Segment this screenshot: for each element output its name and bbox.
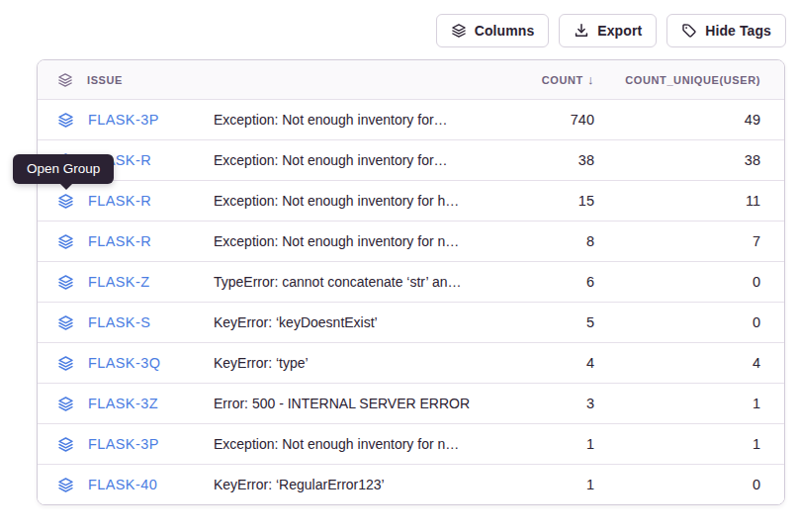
count-value: 5 (505, 314, 594, 330)
count-value: 3 (505, 396, 594, 411)
table-row[interactable]: FLASK-40 KeyError: ‘RegularError123’ 1 0 (38, 464, 784, 504)
issue-link[interactable]: FLASK-R (88, 233, 151, 249)
column-header-issue[interactable]: ISSUE (38, 72, 214, 88)
hide-tags-button[interactable]: Hide Tags (666, 14, 786, 47)
issue-message: Exception: Not enough inventory for h… (214, 193, 505, 209)
issue-cell: FLASK-R (38, 233, 214, 250)
issue-message: Exception: Not enough inventory for… (214, 152, 505, 168)
issue-link[interactable]: FLASK-R (88, 193, 151, 209)
table-header-row: ISSUE COUNT↓ COUNT_UNIQUE(USER) (38, 60, 784, 99)
columns-button-label: Columns (475, 23, 535, 39)
count-unique-value: 49 (594, 112, 760, 128)
issue-cell: FLASK-Z (38, 274, 214, 291)
count-unique-value: 4 (594, 355, 760, 371)
issue-link[interactable]: FLASK-3P (88, 112, 159, 128)
column-header-issue-label: ISSUE (87, 74, 123, 86)
issue-link[interactable]: FLASK-3Z (88, 396, 158, 411)
issue-link[interactable]: FLASK-3Q (88, 355, 160, 371)
table-row[interactable]: FLASK-3Z Error: 500 - INTERNAL SERVER ER… (38, 383, 784, 423)
download-icon (574, 23, 589, 39)
open-group-layers-icon[interactable] (57, 274, 74, 291)
issue-message: KeyError: ‘keyDoesntExist’ (214, 314, 505, 330)
table-row[interactable]: FLASK-S KeyError: ‘keyDoesntExist’ 5 0 (38, 302, 784, 342)
issue-cell: FLASK-3P (38, 436, 214, 453)
table-row[interactable]: FLASK-3Q KeyError: ‘type’ 4 4 (38, 342, 784, 383)
issue-link[interactable]: FLASK-3P (88, 436, 159, 452)
tag-icon (681, 23, 697, 39)
count-value: 8 (505, 233, 594, 249)
issue-cell: FLASK-R (38, 193, 214, 210)
table-row[interactable]: FLASK-3P Exception: Not enough inventory… (38, 99, 784, 139)
issue-cell: FLASK-S (38, 314, 214, 331)
open-group-layers-icon[interactable] (57, 233, 74, 250)
column-header-count-unique-label: COUNT_UNIQUE(USER) (625, 74, 760, 86)
open-group-layers-icon[interactable] (57, 112, 74, 129)
issue-message: Exception: Not enough inventory for n… (214, 233, 505, 249)
issue-message: Error: 500 - INTERNAL SERVER ERROR (214, 396, 505, 411)
open-group-layers-icon[interactable] (57, 193, 74, 210)
issue-message: Exception: Not enough inventory for… (214, 112, 505, 128)
open-group-layers-icon[interactable] (57, 477, 74, 493)
count-unique-value: 1 (594, 436, 760, 452)
count-unique-value: 1 (594, 396, 760, 411)
table-row[interactable]: FLASK-R Exception: Not enough inventory … (38, 221, 784, 261)
open-group-layers-icon[interactable] (57, 355, 74, 372)
count-unique-value: 11 (594, 193, 760, 209)
toolbar: Columns Export Hide Tags (436, 14, 786, 47)
issue-message: KeyError: ‘type’ (214, 355, 505, 371)
table-row[interactable]: FLASK-R Exception: Not enough inventory … (38, 139, 784, 180)
hide-tags-button-label: Hide Tags (705, 23, 771, 39)
count-value: 6 (505, 274, 594, 290)
open-group-layers-icon[interactable] (57, 436, 74, 453)
sort-desc-arrow-icon: ↓ (587, 72, 594, 87)
issue-cell: FLASK-3Q (38, 355, 214, 372)
issue-message: TypeError: cannot concatenate ‘str’ an… (214, 274, 505, 290)
issue-link[interactable]: FLASK-S (88, 314, 150, 330)
table-body: FLASK-3P Exception: Not enough inventory… (38, 99, 784, 504)
count-unique-value: 38 (594, 152, 760, 168)
count-unique-value: 7 (594, 233, 760, 249)
open-group-tooltip: Open Group (13, 154, 114, 184)
layers-icon (57, 72, 73, 88)
layers-icon (451, 23, 467, 39)
issue-message: KeyError: ‘RegularError123’ (214, 477, 505, 492)
table-row[interactable]: FLASK-R Exception: Not enough inventory … (38, 180, 784, 221)
count-value: 38 (505, 152, 594, 168)
column-header-count-unique[interactable]: COUNT_UNIQUE(USER) (594, 74, 760, 86)
open-group-layers-icon[interactable] (57, 396, 74, 412)
open-group-tooltip-label: Open Group (27, 161, 100, 176)
column-header-count[interactable]: COUNT↓ (505, 72, 594, 87)
count-value: 1 (505, 477, 594, 492)
count-value: 740 (505, 112, 594, 128)
count-unique-value: 0 (594, 274, 760, 290)
table-row[interactable]: FLASK-Z TypeError: cannot concatenate ‘s… (38, 261, 784, 302)
open-group-layers-icon[interactable] (57, 314, 74, 331)
count-unique-value: 0 (594, 314, 760, 330)
issue-message: Exception: Not enough inventory for n… (214, 436, 505, 452)
table-row[interactable]: FLASK-3P Exception: Not enough inventory… (38, 423, 784, 464)
issue-link[interactable]: FLASK-40 (88, 477, 157, 492)
issue-link[interactable]: FLASK-Z (88, 274, 149, 290)
issues-table: ISSUE COUNT↓ COUNT_UNIQUE(USER) FLASK-3P… (37, 59, 785, 505)
columns-button[interactable]: Columns (436, 14, 550, 47)
export-button-label: Export (597, 23, 642, 39)
count-unique-value: 0 (594, 477, 760, 492)
column-header-count-label: COUNT (542, 74, 583, 86)
issue-cell: FLASK-3Z (38, 396, 214, 412)
export-button[interactable]: Export (559, 14, 657, 47)
count-value: 4 (505, 355, 594, 371)
issue-cell: FLASK-40 (38, 477, 214, 493)
count-value: 15 (505, 193, 594, 209)
count-value: 1 (505, 436, 594, 452)
issue-cell: FLASK-3P (38, 112, 214, 129)
